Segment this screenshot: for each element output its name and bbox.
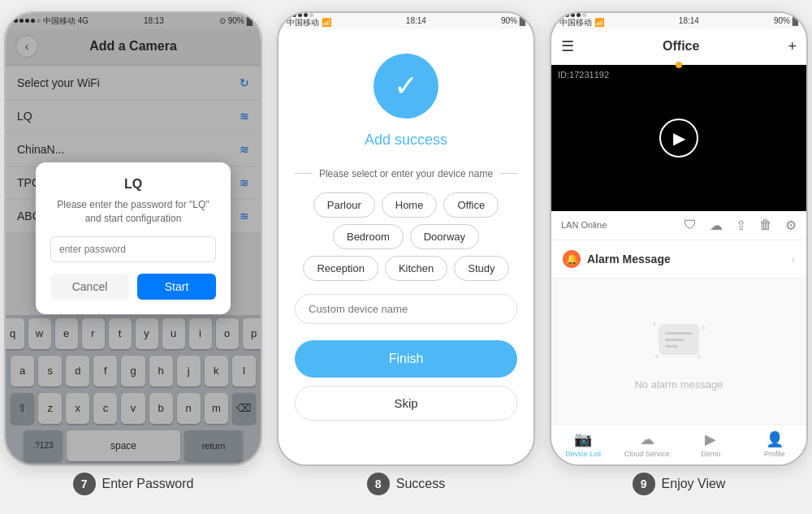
- tag-kitchen[interactable]: Kitchen: [385, 256, 447, 281]
- step8-circle: 8: [367, 473, 390, 495]
- alarm-title: Alarm Message: [587, 253, 671, 266]
- select-prompt: Please select or enter your device name: [319, 168, 493, 179]
- alarm-chevron-icon[interactable]: ›: [791, 253, 795, 266]
- phone1: 中国移动 4G 18:13 ⊙ 90% ▓ ‹ Add a Camera: [4, 11, 262, 466]
- phone3-tabbar: 📷 Device List ☁ Cloud Service ▶ Demo 👤 P…: [551, 424, 806, 464]
- play-button[interactable]: ▶: [659, 119, 698, 158]
- alarm-title-row: 🔔 Alarm Message: [563, 250, 671, 268]
- camera-control-icons: 🛡 ☁ ⇧ 🗑 ⚙: [684, 218, 797, 233]
- no-alarm-icon: [650, 312, 707, 369]
- svg-rect-2: [665, 339, 685, 341]
- camera-id: ID:17231192: [558, 70, 609, 80]
- step9-circle: 9: [633, 473, 655, 495]
- select-device-row: Please select or enter your device name: [295, 168, 517, 179]
- tag-doorway[interactable]: Doorway: [410, 224, 479, 249]
- phone3-status-bar: 中国移动 📶 18:14 90% ▓: [551, 13, 806, 29]
- device-list-icon: 📷: [574, 430, 592, 448]
- svg-point-6: [698, 355, 701, 358]
- svg-rect-1: [665, 332, 693, 335]
- dialog-title: LQ: [50, 177, 216, 192]
- status-dot: [676, 62, 682, 68]
- menu-icon[interactable]: ☰: [561, 37, 574, 55]
- step7-label: 7 Enter Password: [73, 473, 194, 495]
- tab-demo[interactable]: ▶ Demo: [679, 430, 743, 458]
- no-alarm-text: No alarm message: [634, 378, 723, 391]
- device-tags: Parlour Home Office Bedroom Doorway Rece…: [295, 192, 517, 281]
- dialog-message: Please enter the password for "LQ" and s…: [50, 198, 216, 226]
- camera-status: LAN Online: [561, 220, 607, 230]
- alarm-header: 🔔 Alarm Message ›: [551, 240, 806, 279]
- tag-reception[interactable]: Reception: [303, 256, 378, 281]
- custom-name-input[interactable]: [295, 294, 517, 324]
- step8-text: Success: [396, 477, 445, 491]
- svg-point-7: [655, 355, 659, 358]
- password-dialog: LQ Please enter the password for "LQ" an…: [36, 162, 231, 315]
- shield-icon[interactable]: 🛡: [684, 218, 697, 233]
- phone2-content: ✓ Add success Please select or enter you…: [279, 29, 533, 464]
- settings-icon[interactable]: ⚙: [785, 218, 797, 233]
- phone2: 中国移动 📶 18:14 90% ▓ ✓ Add success Please …: [277, 11, 535, 466]
- phone2-status-bar: 中国移动 📶 18:14 90% ▓: [279, 13, 533, 29]
- start-button[interactable]: Start: [137, 274, 216, 300]
- step8-label: 8 Success: [367, 473, 445, 495]
- profile-icon: 👤: [766, 430, 784, 448]
- cancel-button[interactable]: Cancel: [50, 274, 129, 300]
- phones-row: 中国移动 4G 18:13 ⊙ 90% ▓ ‹ Add a Camera: [4, 11, 808, 495]
- tag-parlour[interactable]: Parlour: [313, 192, 375, 218]
- phone3-title: Office: [663, 39, 699, 54]
- phone3-carrier: 中国移动 📶: [559, 13, 604, 28]
- svg-point-4: [653, 322, 656, 326]
- add-success-text: Add success: [365, 132, 447, 149]
- tag-home[interactable]: Home: [382, 192, 438, 218]
- phone3-header: ☰ Office +: [551, 29, 806, 65]
- cloud-service-icon: ☁: [640, 430, 654, 448]
- no-alarm-area: No alarm message: [551, 279, 806, 424]
- tag-study[interactable]: Study: [454, 256, 508, 281]
- svg-point-5: [702, 326, 705, 330]
- camera-controls: LAN Online 🛡 ☁ ⇧ 🗑 ⚙: [551, 211, 806, 240]
- step9-text: Enjoy View: [662, 477, 726, 491]
- phone3-wrapper: 中国移动 📶 18:14 90% ▓ ☰ Office + ID:1723119…: [550, 11, 808, 495]
- divider-right: [499, 173, 517, 174]
- tag-office[interactable]: Office: [443, 192, 499, 218]
- share-icon[interactable]: ⇧: [736, 218, 746, 233]
- phone2-carrier: 中国移动 📶: [287, 13, 331, 28]
- tab-device-list[interactable]: 📷 Device List: [551, 430, 615, 458]
- tab-profile[interactable]: 👤 Profile: [743, 430, 807, 458]
- phone3: 中国移动 📶 18:14 90% ▓ ☰ Office + ID:1723119…: [550, 11, 808, 466]
- cloud-icon[interactable]: ☁: [710, 218, 723, 233]
- finish-button[interactable]: Finish: [295, 340, 517, 378]
- skip-button[interactable]: Skip: [295, 386, 517, 421]
- alarm-icon: 🔔: [563, 250, 581, 268]
- dialog-overlay: LQ Please enter the password for "LQ" an…: [6, 13, 261, 464]
- tag-bedroom[interactable]: Bedroom: [333, 224, 404, 249]
- step7-circle: 7: [73, 473, 96, 495]
- add-icon[interactable]: +: [788, 38, 797, 55]
- success-icon: ✓: [374, 54, 438, 119]
- demo-icon: ▶: [705, 430, 716, 448]
- delete-icon[interactable]: 🗑: [759, 218, 772, 233]
- svg-rect-3: [665, 345, 678, 348]
- camera-view[interactable]: ID:17231192 ▶: [551, 65, 806, 211]
- tab-cloud-service[interactable]: ☁ Cloud Service: [615, 430, 680, 458]
- phone2-wrapper: 中国移动 📶 18:14 90% ▓ ✓ Add success Please …: [277, 11, 535, 495]
- dialog-buttons: Cancel Start: [50, 274, 216, 300]
- step9-label: 9 Enjoy View: [633, 473, 726, 495]
- phone1-wrapper: 中国移动 4G 18:13 ⊙ 90% ▓ ‹ Add a Camera: [4, 11, 262, 495]
- alarm-section: 🔔 Alarm Message ›: [551, 240, 806, 424]
- step7-text: Enter Password: [102, 477, 194, 491]
- password-input[interactable]: [50, 236, 216, 262]
- divider-left: [295, 173, 313, 174]
